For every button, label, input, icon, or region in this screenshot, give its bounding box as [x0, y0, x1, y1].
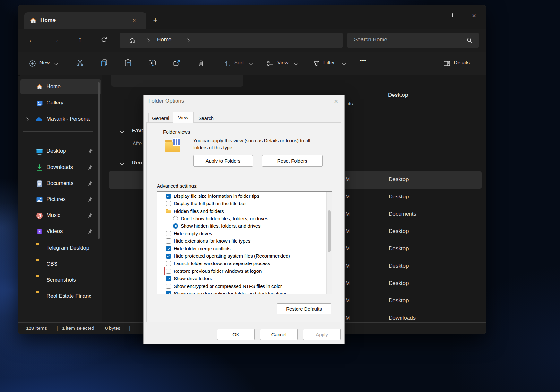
- cut-icon[interactable]: [76, 59, 84, 67]
- checkbox-unchecked-icon[interactable]: [166, 284, 171, 289]
- sidebar-item-gallery[interactable]: Gallery: [20, 96, 101, 111]
- breadcrumb-item-home[interactable]: Home: [157, 37, 171, 43]
- folder-views-description-line2: folders of this type.: [193, 145, 234, 150]
- dialog-title: Folder Options: [148, 98, 184, 104]
- paste-icon[interactable]: [124, 59, 132, 67]
- sidebar-item-screenshots[interactable]: Screenshots: [20, 273, 101, 288]
- setting-row[interactable]: Show hidden files, folders, and drives: [157, 223, 324, 230]
- copy-icon[interactable]: [100, 59, 108, 67]
- apply-to-folders-button[interactable]: Apply to Folders: [193, 155, 253, 167]
- radio-unselected-icon[interactable]: [173, 216, 178, 221]
- new-button[interactable]: New: [26, 56, 62, 71]
- breadcrumb[interactable]: Home: [120, 33, 343, 48]
- checkbox-unchecked-icon[interactable]: [166, 261, 171, 266]
- sidebar-item-videos[interactable]: Videos: [20, 224, 101, 239]
- view-tab-page: Folder views You can apply this view (su…: [146, 122, 341, 322]
- checkbox-unchecked-icon[interactable]: [166, 201, 171, 206]
- share-icon[interactable]: [172, 59, 181, 67]
- scrollbar-thumb[interactable]: [328, 210, 331, 252]
- setting-group-row[interactable]: Hidden files and folders: [157, 208, 324, 215]
- details-button-label: Details: [454, 60, 470, 66]
- details-pane-button[interactable]: Details: [441, 56, 480, 71]
- sidebar-item-desktop[interactable]: Desktop: [20, 144, 101, 159]
- sidebar-item-cbs[interactable]: CBS: [20, 257, 101, 272]
- setting-row[interactable]: Hide extensions for known file types: [157, 238, 324, 245]
- checkbox-unchecked-icon[interactable]: [166, 231, 171, 236]
- refresh-icon: [100, 36, 108, 43]
- sidebar-item-music[interactable]: Music: [20, 208, 101, 223]
- checkbox-checked-icon[interactable]: [166, 246, 171, 251]
- reset-folders-button[interactable]: Reset Folders: [262, 155, 323, 167]
- refresh-button[interactable]: [98, 34, 110, 46]
- checkbox-checked-icon[interactable]: [166, 291, 171, 294]
- rename-icon[interactable]: A: [148, 59, 156, 67]
- back-button[interactable]: ←: [26, 34, 38, 46]
- checkbox-unchecked-icon[interactable]: [166, 238, 171, 244]
- new-tab-button[interactable]: +: [150, 15, 160, 26]
- tab-view[interactable]: View: [173, 112, 194, 123]
- dialog-close-button[interactable]: ×: [332, 97, 340, 105]
- setting-row[interactable]: Display the full path in the title bar: [157, 200, 324, 208]
- pin-icon: [88, 148, 93, 154]
- view-button[interactable]: View: [264, 56, 301, 71]
- tab-home[interactable]: Home ×: [24, 12, 146, 29]
- sidebar-scrollbar[interactable]: [98, 82, 100, 239]
- maximize-button[interactable]: [443, 10, 458, 22]
- sidebar-item-label: Videos: [47, 228, 63, 234]
- view-layout-icon: [266, 60, 274, 67]
- restore-defaults-button[interactable]: Restore Defaults: [277, 303, 331, 314]
- chevron-down-icon: [249, 62, 253, 65]
- folder-tile[interactable]: [111, 75, 243, 87]
- sidebar-item-documents[interactable]: Documents: [20, 176, 101, 191]
- cancel-button[interactable]: Cancel: [260, 329, 298, 340]
- sidebar-item-home[interactable]: Home: [20, 79, 101, 94]
- toolbar-divider: [68, 59, 68, 68]
- minimize-button[interactable]: –: [420, 10, 435, 22]
- setting-row[interactable]: Don't show hidden files, folders, or dri…: [157, 215, 324, 223]
- desktop-wallpaper: Home × + – × ← → ↑ Home Search Home: [0, 0, 560, 392]
- setting-row[interactable]: Launch folder windows in a separate proc…: [157, 260, 324, 268]
- sidebar-item-onedrive[interactable]: Mayank - Persona: [20, 112, 101, 127]
- more-options-button[interactable]: •••: [360, 57, 366, 63]
- setting-row[interactable]: Show pop-up description for folder and d…: [157, 290, 324, 294]
- tab-search[interactable]: Search: [193, 113, 219, 123]
- sort-button[interactable]: Sort: [223, 56, 257, 71]
- sidebar-item-telegram-desktop[interactable]: Telegram Desktop: [20, 241, 101, 256]
- setting-row[interactable]: Display file size information in folder …: [157, 193, 324, 200]
- search-icon[interactable]: [466, 37, 473, 44]
- list-scrollbar[interactable]: [326, 192, 332, 294]
- up-button[interactable]: ↑: [74, 34, 86, 46]
- checkbox-checked-icon[interactable]: [166, 254, 171, 259]
- setting-row[interactable]: Hide folder merge conflicts: [157, 246, 324, 253]
- chevron-down-icon: [54, 62, 58, 65]
- advanced-settings-list[interactable]: Display file size information in folder …: [157, 191, 332, 294]
- setting-row[interactable]: Show drive letters: [157, 275, 324, 283]
- apply-button[interactable]: Apply: [303, 329, 341, 340]
- ok-button[interactable]: OK: [217, 329, 255, 340]
- maximize-icon: [449, 13, 453, 17]
- filter-button[interactable]: Filter: [311, 56, 349, 71]
- tab-close-button[interactable]: ×: [130, 16, 139, 25]
- expand-chevron-icon[interactable]: [25, 117, 28, 121]
- tab-general[interactable]: General: [148, 113, 173, 123]
- checkbox-checked-icon[interactable]: [166, 194, 171, 199]
- setting-row[interactable]: Show encrypted or compressed NTFS files …: [157, 283, 324, 290]
- sidebar-item-pictures[interactable]: Pictures: [20, 192, 101, 207]
- forward-button[interactable]: →: [50, 34, 62, 46]
- delete-icon[interactable]: [197, 59, 205, 67]
- section-header-fragment: Favo: [132, 128, 145, 134]
- radio-selected-icon[interactable]: [173, 223, 178, 229]
- setting-row[interactable]: Hide empty drives: [157, 230, 324, 238]
- search-placeholder: Search Home: [354, 37, 387, 43]
- sidebar-item-downloads[interactable]: Downloads: [20, 160, 101, 175]
- close-button[interactable]: ×: [467, 10, 481, 22]
- setting-row[interactable]: Hide protected operating system files (R…: [157, 253, 324, 260]
- detail-fragment: Desktop: [388, 92, 408, 98]
- sort-arrows-icon: [224, 60, 232, 67]
- section-collapse-icon[interactable]: [120, 129, 124, 133]
- sidebar-item-real-estate[interactable]: Real Estate Financ: [20, 289, 101, 304]
- search-box[interactable]: Search Home: [347, 33, 479, 48]
- checkbox-checked-icon[interactable]: [166, 276, 171, 281]
- file-time-fragment: M: [345, 194, 350, 200]
- section-collapse-icon[interactable]: [120, 162, 124, 165]
